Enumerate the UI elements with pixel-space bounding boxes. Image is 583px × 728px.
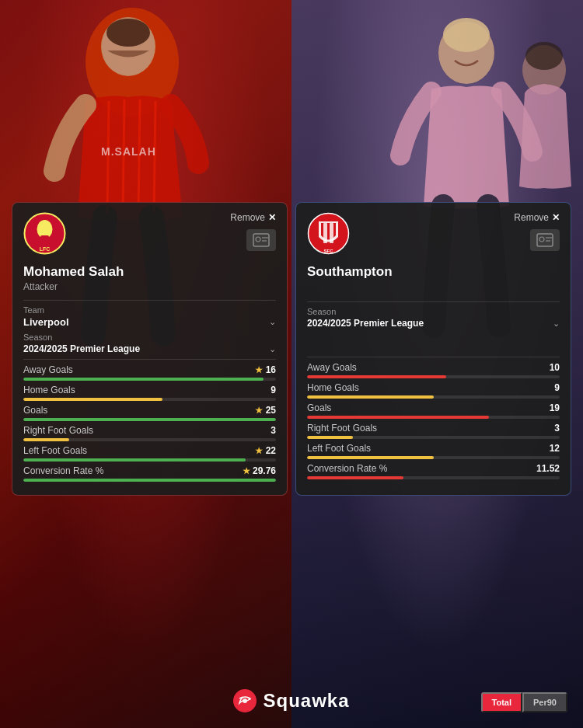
away-goals-bar-fill-left [23,378,264,381]
goals-value-right: 19 [550,402,560,413]
stat-away-goals-left: Away Goals ★ 16 [23,364,276,381]
team-dropdown-arrow[interactable]: ⌄ [269,317,276,327]
season-value-row-left: 2024/2025 Premier League ⌄ [23,343,276,354]
stat-right-foot-right: Right Foot Goals 3 [307,423,560,439]
right-foot-value-right: 3 [554,423,560,434]
svg-point-12 [525,42,563,70]
svg-point-20 [256,237,260,242]
home-goals-bar-fill-left [23,398,162,401]
remove-button-right[interactable]: Remove ✕ [514,212,560,223]
conversion-label-right: Conversion Rate % [307,463,387,474]
player-position-right [307,281,560,294]
svg-point-10 [443,18,490,52]
away-goals-bar-fill-right [307,375,446,378]
svg-text:M.SALAH: M.SALAH [101,145,156,158]
player-card-left: LFC Remove ✕ Mohamed Salah [12,202,288,496]
player-position-left: Attacker [23,281,276,292]
right-foot-bar-right [307,436,560,439]
season-value-row-right: 2024/2025 Premier League ⌄ [307,318,560,329]
total-toggle-button[interactable]: Total [481,692,522,712]
stat-goals-right: Goals 19 [307,402,560,419]
remove-label-left: Remove [230,212,265,223]
divider-1-right [307,301,560,302]
close-icon-right[interactable]: ✕ [552,212,560,223]
star-icon: ★ [255,365,263,374]
away-goals-bar-left [23,378,276,381]
player-name-left: Mohamed Salah [23,264,276,280]
season-value-right: 2024/2025 Premier League [307,318,424,329]
per90-toggle-button[interactable]: Per90 [522,692,567,712]
goals-bar-left [23,418,276,421]
stat-home-goals-left: Home Goals 9 [23,385,276,401]
svg-point-29 [539,237,544,242]
id-card-icon-right [530,229,560,251]
remove-label-right: Remove [514,212,549,223]
divider-1-left [23,300,276,301]
id-card-icon-left [246,229,276,251]
goals-bar-fill-right [307,416,489,419]
stat-right-foot-left: Right Foot Goals 3 [23,425,276,441]
team-value: Liverpool [23,316,69,328]
remove-button-left[interactable]: Remove ✕ [230,212,276,223]
svg-rect-25 [330,223,333,243]
star-icon-goals: ★ [255,406,263,415]
season-label-right: Season [307,307,560,316]
svg-rect-24 [323,223,327,243]
divider-2-right [307,357,560,357]
team-label: Team [23,305,276,315]
right-foot-label-left: Right Foot Goals [23,425,93,436]
season-dropdown-arrow-left[interactable]: ⌄ [269,344,276,354]
home-goals-label-left: Home Goals [23,385,75,395]
close-icon-left[interactable]: ✕ [268,212,276,223]
stat-left-foot-right: Left Foot Goals 12 [307,443,560,459]
player-card-right: SFC Remove ✕ Southampton [295,202,571,496]
goals-label-left: Goals [23,405,47,416]
spacer-right [307,330,560,352]
goals-bar-right [307,416,560,419]
home-goals-bar-right [307,395,560,399]
svg-point-7 [106,19,150,47]
conversion-value-right: 11.52 [536,463,560,474]
left-foot-bar-fill-left [23,458,246,462]
goals-bar-fill-left [23,418,276,421]
stat-goals-left: Goals ★ 25 [23,405,276,421]
home-goals-value-right: 9 [554,382,560,393]
away-goals-value-left: 16 [266,364,276,375]
right-foot-bar-left [23,438,276,441]
season-dropdown-arrow-right[interactable]: ⌄ [553,319,560,329]
svg-rect-16 [40,235,49,242]
away-goals-label-right: Away Goals [307,362,357,373]
goals-label-right: Goals [307,402,331,413]
stat-away-goals-right: Away Goals 10 [307,362,560,378]
home-goals-value-left: 9 [271,385,276,395]
left-foot-label-right: Left Foot Goals [307,443,371,454]
left-foot-bar-left [23,458,276,462]
star-icon-left-foot: ★ [255,446,263,455]
svg-text:LFC: LFC [40,246,51,252]
away-goals-value-right: 10 [550,362,560,373]
team-value-row: Liverpool ⌄ [23,316,276,328]
stat-conversion-right: Conversion Rate % 11.52 [307,463,560,479]
liverpool-crest: LFC [23,212,66,258]
stat-left-foot-left: Left Foot Goals ★ 22 [23,445,276,462]
brand-name: Squawka [263,690,349,712]
conversion-bar-right [307,476,560,479]
card-header-left: LFC Remove ✕ [23,212,276,258]
star-icon-conversion: ★ [243,466,250,475]
home-goals-bar-left [23,398,276,401]
cards-container: LFC Remove ✕ Mohamed Salah [0,202,583,496]
conversion-bar-left [23,479,276,482]
svg-text:SFC: SFC [324,249,334,253]
left-foot-bar-right [307,456,560,459]
player-name-right: Southampton [307,264,560,280]
header-right-group-left: Remove ✕ [230,212,276,251]
season-value-left: 2024/2025 Premier League [23,343,140,354]
card-header-right: SFC Remove ✕ [307,212,560,258]
conversion-label-left: Conversion Rate % [23,465,103,476]
home-goals-label-right: Home Goals [307,382,359,393]
season-label-left: Season [23,333,276,342]
right-foot-label-right: Right Foot Goals [307,423,377,434]
stats-right: Away Goals 10 Home Goals 9 [307,362,560,479]
home-goals-bar-fill-right [307,395,434,399]
southampton-crest: SFC [307,212,350,258]
